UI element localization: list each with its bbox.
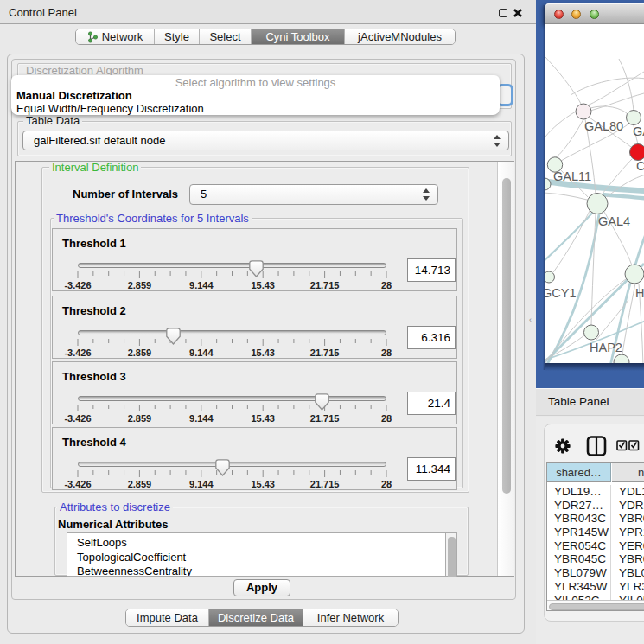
svg-text:GAL4: GAL4 bbox=[598, 214, 630, 228]
svg-text:H: H bbox=[635, 286, 644, 300]
svg-text:GAL80: GAL80 bbox=[584, 119, 623, 133]
svg-text:GCY1: GCY1 bbox=[545, 286, 577, 300]
svg-text:HAP2: HAP2 bbox=[590, 341, 622, 354]
svg-text:GAL11: GAL11 bbox=[553, 169, 591, 183]
svg-text:GA: GA bbox=[633, 124, 644, 138]
svg-text:C: C bbox=[636, 159, 644, 173]
